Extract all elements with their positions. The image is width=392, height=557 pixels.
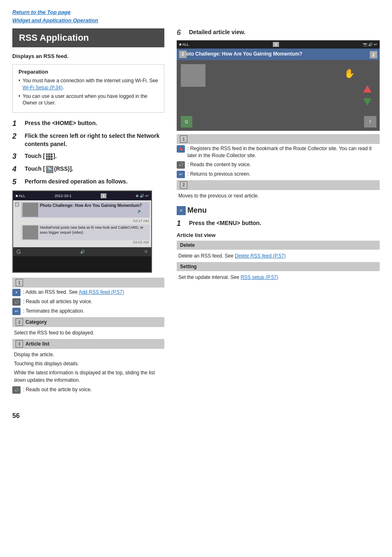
prep-list: You must have a connection with the inte…	[18, 77, 158, 107]
delete-rss-link[interactable]: Delete RSS feed (P.57)	[235, 253, 286, 259]
wifi-setup-link[interactable]: Wi-Fi Setup (P.34)	[23, 85, 62, 91]
page-number: 56	[12, 412, 380, 420]
article-text-2: Touching this displays details.	[12, 359, 164, 368]
grid-icon	[46, 153, 53, 160]
icon-terminate: ↩ : Terminates the application.	[12, 308, 164, 315]
delete-header: Delete	[177, 241, 380, 250]
screen-mockup-step5: ■ ALL 2012-10-1 1 ⊕ 🔊 ↩ 2 Photo Challeng…	[12, 190, 152, 273]
right-section-badge-2-bar: 2	[177, 180, 380, 190]
rss-setup-link[interactable]: RSS setup (P.57)	[240, 274, 278, 280]
step-5: 5 Perform desired operation as follows.	[12, 178, 164, 186]
arrow-up-icon	[363, 85, 371, 93]
prep-heading: Preparation	[18, 69, 158, 75]
voice-icon: 🔊	[12, 298, 21, 306]
voice-icon-content: 🔊	[177, 161, 185, 169]
breadcrumb-link-widget[interactable]: Widget and Application Operation	[12, 16, 380, 25]
icon-return: ↩ : Returns to previous screen.	[177, 171, 380, 178]
setting-header: Setting	[177, 262, 380, 271]
breadcrumb-link-top[interactable]: Return to the Top page	[12, 8, 380, 16]
prep-item-1: You must have a connection with the inte…	[18, 77, 158, 91]
arrow-down-icon	[363, 98, 371, 106]
section-badge-1-bar: 1	[12, 278, 164, 288]
return-icon: ↩	[177, 171, 185, 178]
icon-voice-article: 🔊 : Reads out the article by voice.	[12, 386, 164, 394]
step-4: 4 Touch [📡(RSS)].	[12, 165, 164, 174]
icon-add-rss: + : Adds an RSS feed. See Add RSS feed (…	[12, 289, 164, 296]
article-text-3: While the latest information is displaye…	[12, 368, 164, 385]
page-title: RSS Application	[12, 28, 164, 47]
icon-voice-all: 🔊 : Reads out all articles by voice.	[12, 298, 164, 306]
back-icon: ↩	[12, 308, 21, 315]
menu-icon: ≡	[177, 206, 186, 215]
detailed-screen-mockup: ■ ALL 1 📷 🔊 ↩ Photo Challenge: How Are Y…	[177, 40, 380, 131]
menu-heading: ≡ Menu	[177, 206, 380, 215]
right-section-badge-1-bar: 1	[177, 134, 380, 144]
category-text: Select the RSS feed to be displayed.	[12, 328, 164, 337]
step-3: 3 Touch [].	[12, 152, 164, 161]
delete-text: Delete an RSS feed. See Delete RSS feed …	[177, 251, 380, 260]
voice-icon-article: 🔊	[12, 386, 21, 394]
section-category-bar: 2 Category	[12, 317, 164, 327]
breadcrumb: Return to the Top page Widget and Applic…	[12, 8, 380, 24]
setting-text: Set the update interval. See RSS setup (…	[177, 273, 380, 282]
section2-right-text: Moves to the previous or next article.	[177, 191, 380, 200]
step-1: 1 Press the <HOME> button.	[12, 119, 164, 128]
rss-icon: 📡	[46, 166, 53, 173]
article-text-1: Display the article.	[12, 350, 164, 359]
article-list-view-label: Article list view	[177, 232, 380, 238]
section-article-bar: 3 Article list	[12, 339, 164, 349]
page-subtitle: Displays an RSS feed.	[12, 53, 164, 59]
menu-step-1: 1 Press the <MENU> button.	[177, 219, 380, 228]
step-6: 6 Detailed article view.	[177, 28, 380, 37]
preparation-box: Preparation You must have a connection w…	[12, 64, 164, 113]
step-2: 2 Flick the screen left or right to sele…	[12, 132, 164, 148]
icon-voice-content: 🔊 : Reads the content by voice.	[177, 161, 380, 169]
bookmark-icon: 🔖	[177, 145, 185, 153]
add-icon: +	[12, 289, 21, 296]
prep-item-2: You can use a user account when you have…	[18, 93, 158, 107]
icon-bookmark: 🔖 : Registers the RSS feed in the bookma…	[177, 145, 380, 159]
add-rss-link[interactable]: Add RSS feed (P.57)	[78, 289, 124, 295]
